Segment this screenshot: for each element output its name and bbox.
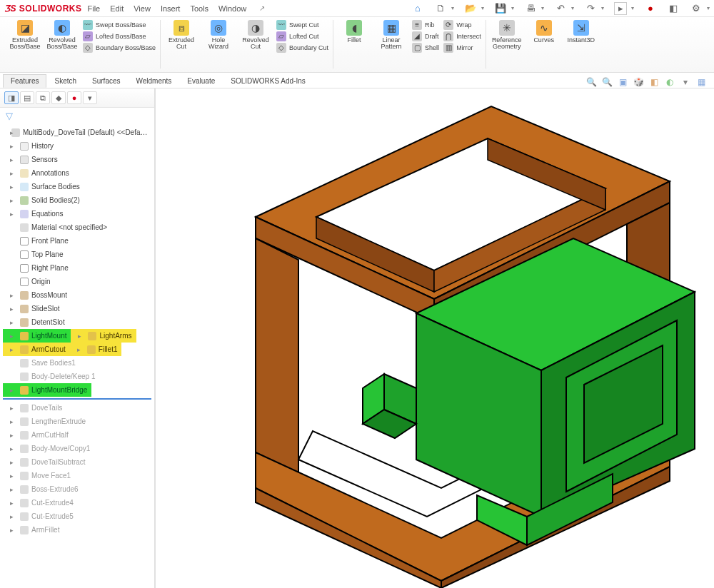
tab-features[interactable]: Features <box>3 74 46 88</box>
revolved-boss-button[interactable]: ◐Revolved Boss/Base <box>46 20 79 51</box>
hole-wizard-button[interactable]: ◎Hole Wizard <box>202 20 235 51</box>
section-icon[interactable]: ▣ <box>617 76 628 88</box>
tree-item[interactable]: Body-Delete/Keep 1 <box>3 370 151 383</box>
menu-file[interactable]: File <box>88 4 101 13</box>
print-icon[interactable]: 🖶 <box>524 2 537 15</box>
zoom-icon[interactable]: 🔍 <box>585 76 597 88</box>
save-icon[interactable]: 💾 <box>494 2 507 15</box>
draft-button[interactable]: ◢Draft <box>412 31 439 41</box>
tree-item[interactable]: BossMount <box>3 288 151 302</box>
options-icon[interactable]: ◧ <box>667 2 680 15</box>
tab-addins[interactable]: SOLIDWORKS Add-Ins <box>223 74 313 88</box>
view-orientation-icon[interactable]: 🎲 <box>633 76 644 88</box>
tree-item[interactable]: LengthenExtrude <box>3 415 151 428</box>
menu-tools[interactable]: Tools <box>190 4 208 13</box>
new-icon[interactable]: 🗋 <box>434 2 447 15</box>
tree-item[interactable]: ArmCutHalf <box>3 428 151 442</box>
tree-item-label: DetentSlot <box>31 318 65 326</box>
tree-filter[interactable]: ▽ <box>0 108 154 124</box>
rib-button[interactable]: ≡Rib <box>412 20 439 30</box>
tree-item[interactable]: Origin <box>3 275 151 288</box>
tree-item[interactable]: Right Plane <box>3 261 151 275</box>
tab-weldments[interactable]: Weldments <box>129 74 180 88</box>
mirror-button[interactable]: ▥Mirror <box>443 43 481 53</box>
tree-item[interactable]: Body-Move/Copy1 <box>3 442 151 455</box>
intersect-button[interactable]: ⋂Intersect <box>443 31 481 41</box>
display-style-icon[interactable]: ◧ <box>648 76 660 88</box>
tree-item[interactable]: Annotations <box>3 166 151 180</box>
menu-insert[interactable]: Insert <box>161 4 181 13</box>
tree-item-label: Origin <box>31 278 51 285</box>
tree-item[interactable]: DoveTailSubtract <box>3 455 151 469</box>
appearance-icon[interactable]: ▾ <box>680 76 691 88</box>
lofted-cut-button[interactable]: ▱Lofted Cut <box>276 31 328 41</box>
manager-dropdown[interactable]: ▾ <box>83 91 97 104</box>
tree-item[interactable]: Front Plane <box>3 234 151 248</box>
scene-icon[interactable]: ▦ <box>695 76 707 88</box>
rollback-bar[interactable] <box>3 398 151 400</box>
tree-item-label: Move Face1 <box>31 472 71 480</box>
boundary-boss-button[interactable]: ◇Boundary Boss/Base <box>83 43 156 53</box>
graphics-viewport[interactable] <box>156 88 714 588</box>
tree-item[interactable]: Top Plane <box>3 248 151 261</box>
extruded-cut-button[interactable]: ⧈Extruded Cut <box>165 20 198 51</box>
instant3d-button[interactable]: ⇲Instant3D <box>565 20 598 44</box>
settings-icon[interactable]: ⚙ <box>690 2 703 15</box>
home-icon[interactable]: ⌂ <box>411 2 424 15</box>
wrap-button[interactable]: ⟳Wrap <box>443 20 481 30</box>
swept-cut-button[interactable]: 〰Swept Cut <box>276 20 328 30</box>
menu-expand-icon[interactable]: ↗ <box>259 4 265 13</box>
property-manager-tab[interactable]: ▤ <box>20 91 34 104</box>
boundary-cut-button[interactable]: ◇Boundary Cut <box>276 43 328 53</box>
lofted-boss-button[interactable]: ▱Lofted Boss/Base <box>83 31 156 41</box>
fillet-button[interactable]: ◖Fillet <box>338 20 371 44</box>
curves-button[interactable]: ∿Curves <box>528 20 560 44</box>
shell-button[interactable]: ▢Shell <box>412 43 439 53</box>
tab-surfaces[interactable]: Surfaces <box>84 74 128 88</box>
tree-item[interactable]: Move Face1 <box>3 469 151 482</box>
rebuild-icon[interactable]: ▸ <box>614 2 627 15</box>
dimxpert-tab[interactable]: ◆ <box>51 91 66 104</box>
tree-item[interactable]: Boss-Extrude6 <box>3 482 151 496</box>
tree-root[interactable]: MultiBody_DoveTail (Default) <<Defa… <box>3 126 151 139</box>
linear-pattern-button[interactable]: ▦Linear Pattern <box>375 20 408 51</box>
tree-item[interactable]: Save Bodies1 <box>3 356 151 370</box>
feature-tree-tab[interactable]: ◨ <box>4 91 19 104</box>
display-manager-tab[interactable]: ● <box>67 91 81 104</box>
open-icon[interactable]: 📂 <box>464 2 477 15</box>
tab-sketch[interactable]: Sketch <box>46 74 84 88</box>
tree-item-icon <box>20 512 29 521</box>
menu-view[interactable]: View <box>134 4 151 13</box>
extruded-boss-button[interactable]: ◪Extruded Boss/Base <box>9 20 41 51</box>
tree-item[interactable]: ArmFillet <box>3 523 151 537</box>
tree-item[interactable]: LightMount <box>3 329 71 343</box>
record-icon[interactable]: ● <box>644 2 657 15</box>
tree-item[interactable]: LightMountBridge <box>3 383 91 397</box>
tree-item[interactable]: Surface Bodies <box>3 180 151 193</box>
revolved-cut-button[interactable]: ◑Revolved Cut <box>239 20 272 51</box>
menu-edit[interactable]: Edit <box>110 4 124 13</box>
swept-boss-button[interactable]: 〰Swept Boss/Base <box>83 20 156 30</box>
tree-item[interactable]: Solid Bodies(2) <box>3 193 151 207</box>
tree-item[interactable]: LightArms <box>71 329 136 343</box>
tree-item[interactable]: ArmCutout <box>3 343 70 356</box>
tree-item[interactable]: Cut-Extrude4 <box>3 496 151 510</box>
tree-item[interactable]: Cut-Extrude5 <box>3 510 151 523</box>
undo-icon[interactable]: ↶ <box>554 2 567 15</box>
tree-item[interactable]: Sensors <box>3 153 151 166</box>
zoom-area-icon[interactable]: 🔍 <box>601 76 613 88</box>
tree-item[interactable]: History <box>3 139 151 153</box>
tree-item[interactable]: DetentSlot <box>3 315 151 329</box>
tree-item[interactable]: SlideSlot <box>3 302 151 315</box>
tree-item[interactable]: Material <not specified> <box>3 220 151 234</box>
tree-item[interactable]: DoveTails <box>3 401 151 415</box>
redo-icon[interactable]: ↷ <box>584 2 597 15</box>
tree-item-icon <box>20 305 29 313</box>
tab-evaluate[interactable]: Evaluate <box>179 74 223 88</box>
tree-item[interactable]: Equations <box>3 207 151 220</box>
configuration-manager-tab[interactable]: ⧉ <box>36 91 50 104</box>
reference-geometry-button[interactable]: ✳Reference Geometry <box>491 20 523 51</box>
menu-window[interactable]: Window <box>218 4 246 13</box>
hide-show-icon[interactable]: ◐ <box>664 76 675 88</box>
tree-item[interactable]: Fillet1 <box>70 343 122 356</box>
